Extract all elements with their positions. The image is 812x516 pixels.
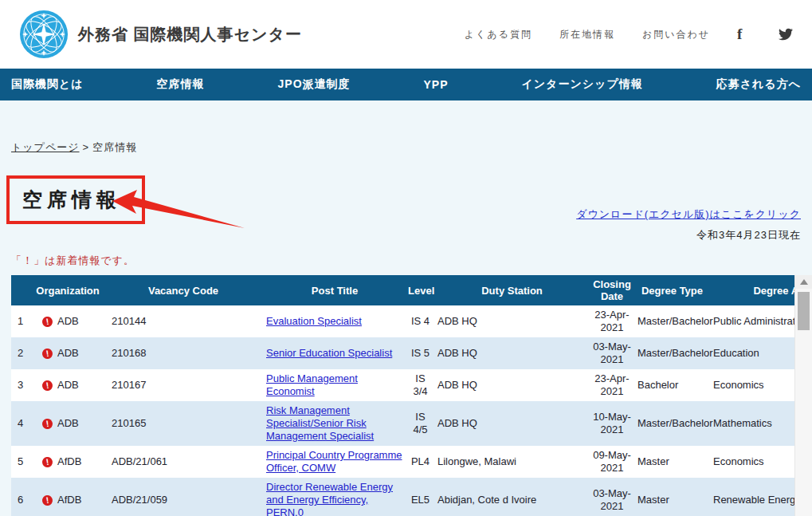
vacancy-code-cell: ADB/21/059 [104, 478, 263, 516]
table-row: 2 ADB 210168 Senior Education Specialist… [11, 337, 794, 369]
degree-area-cell: Economics [710, 369, 794, 401]
as-of-date: 令和3年4月23日現在 [696, 228, 801, 242]
site-logo-link[interactable]: 外務省 国際機関人事センター [19, 10, 302, 59]
organization-cell: ADB [32, 401, 104, 446]
level-cell: IS 4/5 [406, 401, 434, 446]
post-title-link[interactable]: Public Management Economist [266, 372, 358, 397]
post-title-link[interactable]: Senior Education Specialist [266, 347, 392, 359]
up-arrow-icon [800, 279, 808, 285]
new-info-icon [41, 418, 53, 430]
new-info-icon [41, 456, 53, 468]
degree-type-cell: Master/Bachelor [634, 401, 710, 446]
vacancy-table: Organization Vacancy Code Post Title Lev… [11, 275, 794, 516]
row-number: 5 [11, 446, 32, 478]
site-title: 外務省 国際機関人事センター [78, 24, 302, 45]
vacancy-code-cell: 210144 [104, 305, 263, 337]
post-title-cell: Evaluation Specialist [263, 305, 406, 337]
new-info-icon [41, 494, 53, 506]
facebook-icon[interactable]: f [737, 27, 751, 41]
table-row: 3 ADB 210167 Public Management Economist… [11, 369, 794, 401]
closing-date-cell: 03-May-2021 [590, 337, 634, 369]
col-header-vacancy-code: Vacancy Code [104, 275, 263, 305]
duty-station-cell: Lilongwe, Malawi [434, 446, 590, 478]
table-row: 6 AfDB ADB/21/059 Director Renewable Ene… [11, 478, 794, 516]
table-row: 4 ADB 210165 Risk Management Specialist/… [11, 401, 794, 446]
degree-area-cell: Economics [710, 446, 794, 478]
organization-cell: ADB [32, 337, 104, 369]
main-navigation: 国際機関とは 空席情報 JPO派遣制度 YPP インターンシップ情報 応募される… [0, 69, 812, 100]
organization-label: ADB [57, 347, 79, 360]
table-scrollbar[interactable] [794, 275, 812, 516]
degree-type-cell: Bachelor [634, 369, 710, 401]
nav-item-applicants[interactable]: 応募される方へ [716, 77, 801, 92]
organization-label: AfDB [57, 494, 81, 506]
col-header-degree-area: Degree Area [710, 275, 794, 305]
level-cell: PL4 [406, 446, 434, 478]
nav-item-vacancies[interactable]: 空席情報 [157, 77, 205, 92]
level-cell: IS 4 [406, 305, 434, 337]
excel-download-link[interactable]: ダウンロード(エクセル版)はここをクリック [576, 207, 801, 222]
nav-item-ypp[interactable]: YPP [423, 78, 448, 91]
degree-type-cell: Master/Bachelor [634, 305, 710, 337]
new-info-icon [41, 380, 53, 392]
post-title-cell: Director Renewable Energy and Energy Eff… [263, 478, 406, 516]
breadcrumb-current: 空席情報 [92, 141, 137, 153]
post-title-link[interactable]: Evaluation Specialist [266, 315, 362, 327]
organization-cell: AfDB [32, 446, 104, 478]
faq-link[interactable]: よくある質問 [465, 28, 532, 41]
degree-area-cell: Education [710, 337, 794, 369]
location-link[interactable]: 所在地情報 [559, 28, 615, 41]
organization-label: ADB [57, 315, 79, 328]
level-cell: IS 5 [406, 337, 434, 369]
organization-cell: AfDB [32, 478, 104, 516]
nav-item-jpo[interactable]: JPO派遣制度 [278, 77, 351, 92]
row-number: 6 [11, 478, 32, 516]
degree-area-cell: Mathematics [710, 401, 794, 446]
annotation-box: 空席情報 [6, 175, 145, 224]
closing-date-cell: 10-May-2021 [590, 401, 634, 446]
vacancy-code-cell: 210167 [104, 369, 263, 401]
post-title-link[interactable]: Director Renewable Energy and Energy Eff… [266, 481, 393, 516]
header-utility-links: よくある質問 所在地情報 お問い合わせ f [465, 27, 793, 41]
site-header: 外務省 国際機関人事センター よくある質問 所在地情報 お問い合わせ f [0, 0, 812, 69]
vacancy-code-cell: ADB/21/061 [104, 446, 263, 478]
row-number: 2 [11, 337, 32, 369]
table-row: 1 ADB 210144 Evaluation Specialist IS 4 … [11, 305, 794, 337]
organization-cell: ADB [32, 369, 104, 401]
nav-item-about-io[interactable]: 国際機関とは [11, 77, 84, 92]
col-header-duty-station: Duty Station [434, 275, 590, 305]
scrollbar-thumb[interactable] [798, 292, 810, 330]
closing-date-cell: 09-May-2021 [590, 446, 634, 478]
page-title: 空席情報 [22, 187, 121, 213]
new-info-icon [41, 316, 53, 328]
row-number: 3 [11, 369, 32, 401]
post-title-link[interactable]: Risk Management Specialist/Senior Risk M… [266, 404, 374, 442]
new-info-note: 「！」は新着情報です。 [11, 254, 135, 268]
degree-type-cell: Master [634, 478, 710, 516]
post-title-cell: Principal Country Programme Officer, COM… [263, 446, 406, 478]
breadcrumb-home-link[interactable]: トップページ [11, 141, 80, 153]
duty-station-cell: ADB HQ [434, 337, 590, 369]
nav-item-internship[interactable]: インターンシップ情報 [521, 77, 642, 92]
new-info-icon [41, 348, 53, 360]
duty-station-cell: ADB HQ [434, 305, 590, 337]
col-header-degree-type: Degree Type [634, 275, 710, 305]
duty-station-cell: ADB HQ [434, 369, 590, 401]
breadcrumb-separator: > [83, 141, 90, 153]
globe-star-logo-icon [19, 10, 69, 59]
post-title-cell: Public Management Economist [263, 369, 406, 401]
vacancy-code-cell: 210168 [104, 337, 263, 369]
scrollbar-up-button[interactable] [795, 275, 812, 289]
breadcrumb: トップページ>空席情報 [11, 140, 137, 155]
col-header-number [11, 275, 32, 305]
twitter-icon[interactable] [779, 27, 793, 41]
row-number: 1 [11, 305, 32, 337]
level-cell: EL5 [406, 478, 434, 516]
post-title-link[interactable]: Principal Country Programme Officer, COM… [266, 449, 402, 474]
table-row: 5 AfDB ADB/21/061 Principal Country Prog… [11, 446, 794, 478]
col-header-closing-date: Closing Date [590, 275, 634, 305]
organization-cell: ADB [32, 305, 104, 337]
col-header-post-title: Post Title [263, 275, 406, 305]
vacancy-code-cell: 210165 [104, 401, 263, 446]
contact-link[interactable]: お問い合わせ [642, 28, 710, 41]
